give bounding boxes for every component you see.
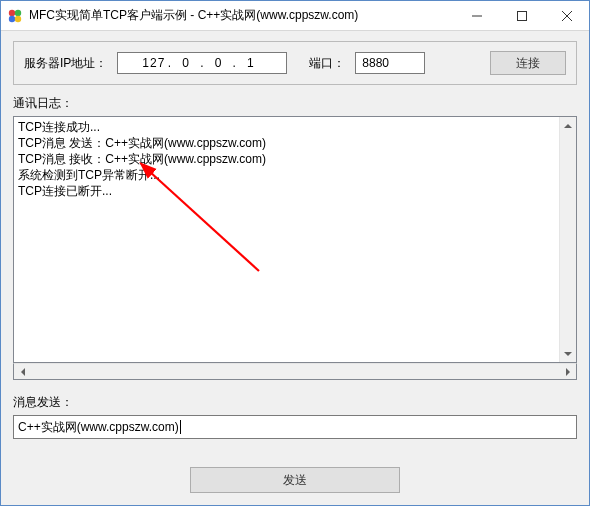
scroll-down-icon[interactable] (560, 345, 576, 362)
ip-octet-1[interactable]: 0 (172, 56, 200, 70)
log-label: 通讯日志： (13, 95, 577, 112)
ip-octet-0[interactable]: 127 (140, 56, 168, 70)
send-button-label: 发送 (283, 472, 307, 489)
minimize-button[interactable] (454, 1, 499, 30)
log-textarea[interactable]: TCP连接成功... TCP消息 发送：C++实战网(www.cppszw.co… (13, 116, 577, 363)
svg-point-2 (9, 15, 15, 21)
send-row: 发送 (13, 467, 577, 493)
svg-rect-5 (517, 11, 526, 20)
ip-input[interactable]: 127 . 0 . 0 . 1 (117, 52, 287, 74)
scroll-right-icon[interactable] (559, 364, 576, 379)
port-label: 端口： (309, 55, 345, 72)
scroll-up-icon[interactable] (560, 117, 576, 134)
window-controls (454, 1, 589, 30)
log-content: TCP连接成功... TCP消息 发送：C++实战网(www.cppszw.co… (14, 117, 559, 362)
svg-marker-9 (564, 352, 572, 356)
text-caret-icon (180, 420, 181, 434)
ip-octet-2[interactable]: 0 (205, 56, 233, 70)
port-input[interactable]: 8880 (355, 52, 425, 74)
app-window: MFC实现简单TCP客户端示例 - C++实战网(www.cppszw.com)… (0, 0, 590, 506)
titlebar: MFC实现简单TCP客户端示例 - C++实战网(www.cppszw.com) (1, 1, 589, 31)
message-value: C++实战网(www.cppszw.com) (18, 419, 179, 436)
connection-group: 服务器IP地址： 127 . 0 . 0 . 1 端口： 8880 连接 (13, 41, 577, 85)
svg-marker-10 (21, 368, 25, 376)
svg-point-3 (15, 15, 21, 21)
maximize-button[interactable] (499, 1, 544, 30)
window-title: MFC实现简单TCP客户端示例 - C++实战网(www.cppszw.com) (29, 7, 454, 24)
client-area: 服务器IP地址： 127 . 0 . 0 . 1 端口： 8880 连接 通讯日… (1, 31, 589, 505)
vertical-scrollbar[interactable] (559, 117, 576, 362)
horizontal-scrollbar[interactable] (13, 363, 577, 380)
send-button[interactable]: 发送 (190, 467, 400, 493)
app-icon (7, 8, 23, 24)
close-button[interactable] (544, 1, 589, 30)
server-ip-label: 服务器IP地址： (24, 55, 107, 72)
connect-button[interactable]: 连接 (490, 51, 566, 75)
connect-button-label: 连接 (516, 55, 540, 72)
ip-octet-3[interactable]: 1 (237, 56, 265, 70)
scroll-left-icon[interactable] (14, 364, 31, 379)
svg-point-0 (9, 9, 15, 15)
svg-marker-11 (566, 368, 570, 376)
svg-marker-8 (564, 124, 572, 128)
svg-point-1 (15, 9, 21, 15)
message-input[interactable]: C++实战网(www.cppszw.com) (13, 415, 577, 439)
send-label: 消息发送： (13, 394, 577, 411)
port-value: 8880 (362, 56, 389, 70)
